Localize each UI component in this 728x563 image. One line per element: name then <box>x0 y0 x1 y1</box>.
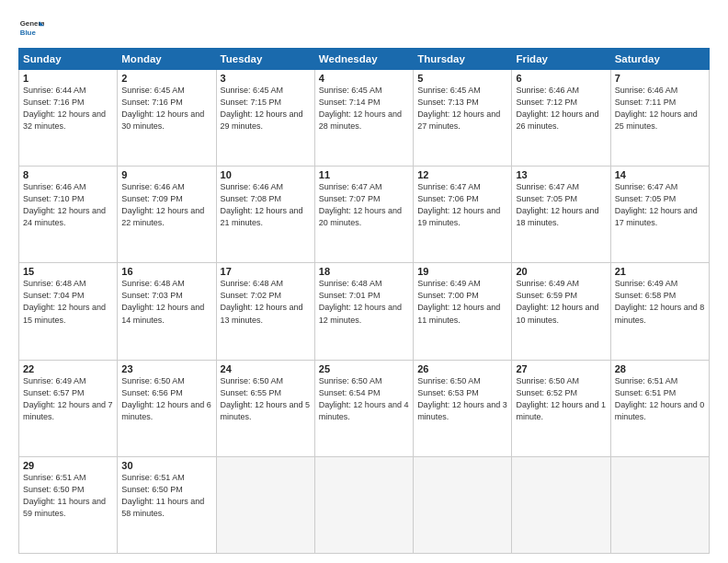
day-number: 19 <box>417 266 507 277</box>
calendar-week-0: 1Sunrise: 6:44 AM Sunset: 7:16 PM Daylig… <box>19 70 710 167</box>
calendar-cell-7: 7Sunrise: 6:46 AM Sunset: 7:11 PM Daylig… <box>610 70 709 167</box>
day-number: 13 <box>516 169 606 180</box>
day-info: Sunrise: 6:50 AM Sunset: 6:54 PM Dayligh… <box>319 375 409 423</box>
day-info: Sunrise: 6:49 AM Sunset: 6:59 PM Dayligh… <box>516 278 606 326</box>
day-info: Sunrise: 6:47 AM Sunset: 7:06 PM Dayligh… <box>417 181 507 229</box>
day-number: 15 <box>23 266 113 277</box>
day-info: Sunrise: 6:51 AM Sunset: 6:51 PM Dayligh… <box>615 375 705 423</box>
day-info: Sunrise: 6:44 AM Sunset: 7:16 PM Dayligh… <box>23 85 113 132</box>
day-info: Sunrise: 6:48 AM Sunset: 7:01 PM Dayligh… <box>319 278 409 326</box>
day-info: Sunrise: 6:46 AM Sunset: 7:11 PM Dayligh… <box>615 85 705 132</box>
weekday-header-friday: Friday <box>512 49 610 70</box>
day-number: 28 <box>615 363 705 374</box>
day-number: 26 <box>417 363 507 374</box>
day-number: 30 <box>121 460 211 471</box>
day-number: 4 <box>319 73 409 84</box>
calendar-cell-33 <box>414 456 512 553</box>
day-info: Sunrise: 6:46 AM Sunset: 7:08 PM Dayligh… <box>221 181 311 229</box>
weekday-header-saturday: Saturday <box>610 49 709 70</box>
calendar-cell-32 <box>314 456 413 553</box>
day-info: Sunrise: 6:51 AM Sunset: 6:50 PM Dayligh… <box>23 472 113 520</box>
header: General Blue <box>18 15 710 40</box>
page: General Blue SundayMondayTuesdayWednesda… <box>0 0 728 563</box>
calendar-cell-35 <box>610 456 709 553</box>
calendar-cell-18: 18Sunrise: 6:48 AM Sunset: 7:01 PM Dayli… <box>314 263 413 360</box>
calendar-cell-23: 23Sunrise: 6:50 AM Sunset: 6:56 PM Dayli… <box>118 360 216 456</box>
calendar-cell-19: 19Sunrise: 6:49 AM Sunset: 7:00 PM Dayli… <box>414 263 512 360</box>
logo: General Blue <box>18 15 44 40</box>
day-number: 29 <box>23 460 113 471</box>
day-number: 24 <box>221 363 311 374</box>
day-info: Sunrise: 6:48 AM Sunset: 7:04 PM Dayligh… <box>23 278 113 326</box>
day-number: 23 <box>121 363 211 374</box>
calendar-cell-25: 25Sunrise: 6:50 AM Sunset: 6:54 PM Dayli… <box>314 360 413 456</box>
calendar-cell-8: 8Sunrise: 6:46 AM Sunset: 7:10 PM Daylig… <box>19 167 118 263</box>
calendar-cell-22: 22Sunrise: 6:49 AM Sunset: 6:57 PM Dayli… <box>19 360 118 456</box>
day-number: 5 <box>417 73 507 84</box>
day-info: Sunrise: 6:45 AM Sunset: 7:15 PM Dayligh… <box>221 85 311 132</box>
day-info: Sunrise: 6:51 AM Sunset: 6:50 PM Dayligh… <box>121 472 211 520</box>
day-number: 14 <box>615 169 705 180</box>
calendar-cell-20: 20Sunrise: 6:49 AM Sunset: 6:59 PM Dayli… <box>512 263 610 360</box>
day-info: Sunrise: 6:45 AM Sunset: 7:13 PM Dayligh… <box>417 85 507 132</box>
day-number: 10 <box>221 169 311 180</box>
calendar-week-2: 15Sunrise: 6:48 AM Sunset: 7:04 PM Dayli… <box>19 263 710 360</box>
day-number: 12 <box>417 169 507 180</box>
day-number: 11 <box>319 169 409 180</box>
day-number: 16 <box>121 266 211 277</box>
calendar-cell-10: 10Sunrise: 6:46 AM Sunset: 7:08 PM Dayli… <box>216 167 314 263</box>
day-info: Sunrise: 6:47 AM Sunset: 7:05 PM Dayligh… <box>615 181 705 229</box>
weekday-header-row: SundayMondayTuesdayWednesdayThursdayFrid… <box>19 49 710 70</box>
day-info: Sunrise: 6:45 AM Sunset: 7:16 PM Dayligh… <box>121 85 211 132</box>
day-number: 22 <box>23 363 113 374</box>
calendar-cell-29: 29Sunrise: 6:51 AM Sunset: 6:50 PM Dayli… <box>19 456 118 553</box>
day-number: 8 <box>23 169 113 180</box>
day-number: 21 <box>615 266 705 277</box>
weekday-header-thursday: Thursday <box>414 49 512 70</box>
day-info: Sunrise: 6:46 AM Sunset: 7:09 PM Dayligh… <box>121 181 211 229</box>
calendar-cell-6: 6Sunrise: 6:46 AM Sunset: 7:12 PM Daylig… <box>512 70 610 167</box>
day-info: Sunrise: 6:45 AM Sunset: 7:14 PM Dayligh… <box>319 85 409 132</box>
day-number: 9 <box>121 169 211 180</box>
day-info: Sunrise: 6:50 AM Sunset: 6:53 PM Dayligh… <box>417 375 507 423</box>
logo-icon: General Blue <box>18 15 44 40</box>
day-info: Sunrise: 6:49 AM Sunset: 6:58 PM Dayligh… <box>615 278 705 326</box>
svg-text:Blue: Blue <box>20 29 37 37</box>
day-info: Sunrise: 6:47 AM Sunset: 7:05 PM Dayligh… <box>516 181 606 229</box>
day-info: Sunrise: 6:50 AM Sunset: 6:52 PM Dayligh… <box>516 375 606 423</box>
weekday-header-tuesday: Tuesday <box>216 49 314 70</box>
calendar-table: SundayMondayTuesdayWednesdayThursdayFrid… <box>18 48 710 554</box>
calendar-cell-26: 26Sunrise: 6:50 AM Sunset: 6:53 PM Dayli… <box>414 360 512 456</box>
calendar-cell-27: 27Sunrise: 6:50 AM Sunset: 6:52 PM Dayli… <box>512 360 610 456</box>
day-number: 2 <box>121 73 211 84</box>
day-number: 7 <box>615 73 705 84</box>
calendar-cell-2: 2Sunrise: 6:45 AM Sunset: 7:16 PM Daylig… <box>118 70 216 167</box>
calendar-cell-28: 28Sunrise: 6:51 AM Sunset: 6:51 PM Dayli… <box>610 360 709 456</box>
calendar-cell-15: 15Sunrise: 6:48 AM Sunset: 7:04 PM Dayli… <box>19 263 118 360</box>
day-number: 18 <box>319 266 409 277</box>
day-number: 6 <box>516 73 606 84</box>
day-number: 20 <box>516 266 606 277</box>
calendar-cell-4: 4Sunrise: 6:45 AM Sunset: 7:14 PM Daylig… <box>314 70 413 167</box>
day-number: 27 <box>516 363 606 374</box>
weekday-header-wednesday: Wednesday <box>314 49 413 70</box>
day-info: Sunrise: 6:49 AM Sunset: 6:57 PM Dayligh… <box>23 375 113 423</box>
day-info: Sunrise: 6:48 AM Sunset: 7:03 PM Dayligh… <box>121 278 211 326</box>
day-number: 17 <box>221 266 311 277</box>
calendar-cell-30: 30Sunrise: 6:51 AM Sunset: 6:50 PM Dayli… <box>118 456 216 553</box>
calendar-cell-9: 9Sunrise: 6:46 AM Sunset: 7:09 PM Daylig… <box>118 167 216 263</box>
calendar-cell-5: 5Sunrise: 6:45 AM Sunset: 7:13 PM Daylig… <box>414 70 512 167</box>
calendar-cell-31 <box>216 456 314 553</box>
calendar-week-1: 8Sunrise: 6:46 AM Sunset: 7:10 PM Daylig… <box>19 167 710 263</box>
day-info: Sunrise: 6:50 AM Sunset: 6:55 PM Dayligh… <box>221 375 311 423</box>
weekday-header-sunday: Sunday <box>19 49 118 70</box>
calendar-cell-1: 1Sunrise: 6:44 AM Sunset: 7:16 PM Daylig… <box>19 70 118 167</box>
calendar-week-4: 29Sunrise: 6:51 AM Sunset: 6:50 PM Dayli… <box>19 456 710 553</box>
day-info: Sunrise: 6:48 AM Sunset: 7:02 PM Dayligh… <box>221 278 311 326</box>
calendar-cell-13: 13Sunrise: 6:47 AM Sunset: 7:05 PM Dayli… <box>512 167 610 263</box>
calendar-cell-21: 21Sunrise: 6:49 AM Sunset: 6:58 PM Dayli… <box>610 263 709 360</box>
calendar-cell-17: 17Sunrise: 6:48 AM Sunset: 7:02 PM Dayli… <box>216 263 314 360</box>
day-number: 3 <box>221 73 311 84</box>
weekday-header-monday: Monday <box>118 49 216 70</box>
calendar-cell-16: 16Sunrise: 6:48 AM Sunset: 7:03 PM Dayli… <box>118 263 216 360</box>
